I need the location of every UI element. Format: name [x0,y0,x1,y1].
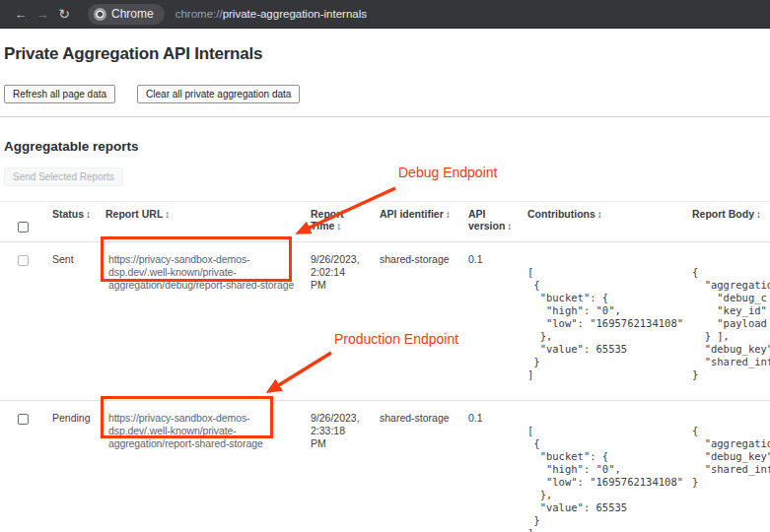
select-all-cell [0,202,52,241]
tab-title: Chrome [111,7,154,21]
api-identifier-cell: shared-storage [380,242,468,400]
report-body-cell: { "aggregatio "debug_key" "shared_inf } [692,401,770,532]
table-row: Sent https://privacy-sandbox-demos- dsp.… [0,242,770,401]
sort-icon: ↕ [86,209,91,220]
section-divider [0,116,770,117]
url-path: private-aggregation-internals [223,8,367,20]
reload-icon[interactable]: ↻ [53,6,75,22]
page-content: Private Aggregation API Internals Refres… [0,44,770,532]
aggregatable-reports-heading: Aggregatable reports [4,139,770,154]
report-time-cell: 9/26/2023, 2:02:14 PM [311,242,380,400]
api-version-cell: 0.1 [468,401,527,532]
send-selected-reports-button[interactable]: Send Selected Reports [4,167,123,186]
sort-icon: ↕ [756,209,761,220]
table-row: Pending https://privacy-sandbox-demos- d… [0,401,770,532]
header-report-url[interactable]: Report URL↕ [105,202,311,241]
status-cell: Sent [52,242,105,400]
status-cell: Pending [52,401,105,532]
clear-data-button[interactable]: Clear all private aggregation data [137,85,300,103]
page-title: Private Aggregation API Internals [4,44,770,64]
address-bar[interactable]: chrome://private-aggregation-internals [175,8,367,20]
page-actions: Refresh all page data Clear all private … [4,85,770,103]
row-checkbox[interactable] [18,414,29,425]
report-url-cell: https://privacy-sandbox-demos- dsp.dev/.… [105,242,311,400]
chrome-logo-icon [94,8,106,21]
header-api-identifier[interactable]: API identifier↕ [380,202,468,241]
header-contributions[interactable]: Contributions↕ [527,202,692,241]
reports-table: Status↕ Report URL↕ Report Time↕ API ide… [0,201,770,532]
header-api-version[interactable]: API version↕ [468,202,527,241]
header-status[interactable]: Status↕ [52,202,105,241]
contributions-json: [ { "bucket": { "high": "0", "low": "169… [527,425,692,532]
url-scheme: chrome:// [175,8,223,20]
sort-icon: ↕ [336,221,341,232]
contributions-cell: [ { "bucket": { "high": "0", "low": "169… [527,242,692,400]
report-url-cell: https://privacy-sandbox-demos- dsp.dev/.… [105,401,311,532]
sort-icon: ↕ [446,209,451,220]
select-all-checkbox[interactable] [18,222,29,233]
report-body-json: { "aggregatio "debug_c "key_id" "payload… [692,266,770,381]
browser-toolbar: ← → ↻ Chrome chrome://private-aggregatio… [0,0,770,29]
back-icon[interactable]: ← [10,7,32,22]
sort-icon: ↕ [597,209,602,220]
report-time-cell: 9/26/2023, 2:33:18 PM [311,401,380,532]
contributions-cell: [ { "bucket": { "high": "0", "low": "169… [527,401,692,532]
report-body-cell: { "aggregatio "debug_c "key_id" "payload… [692,242,770,400]
table-header-row: Status↕ Report URL↕ Report Time↕ API ide… [0,201,770,242]
sort-icon: ↕ [507,221,512,232]
sort-icon: ↕ [165,209,170,220]
report-body-json: { "aggregatio "debug_key" "shared_inf } [692,425,770,489]
active-tab[interactable]: Chrome [88,4,165,25]
header-report-body[interactable]: Report Body↕ [692,202,770,241]
api-identifier-cell: shared-storage [380,401,468,532]
forward-icon[interactable]: → [32,7,53,22]
header-report-time[interactable]: Report Time↕ [311,202,380,241]
row-checkbox[interactable] [18,255,29,266]
refresh-all-button[interactable]: Refresh all page data [4,85,115,103]
contributions-json: [ { "bucket": { "high": "0", "low": "169… [527,266,692,381]
api-version-cell: 0.1 [468,242,527,400]
